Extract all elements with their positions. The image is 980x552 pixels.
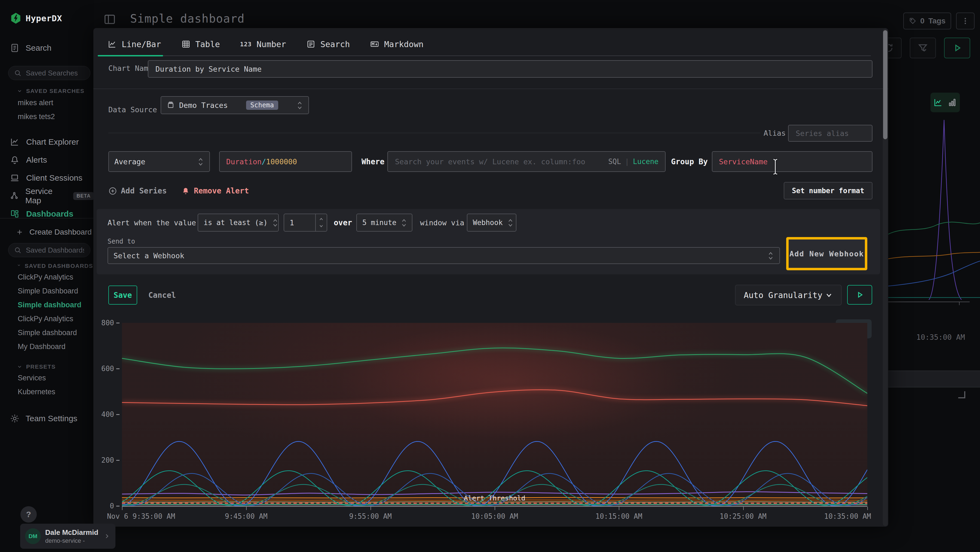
x-tick-label: 10:25:00 AM	[720, 512, 767, 520]
y-tick-label: 800	[101, 319, 119, 327]
page-title: Simple dashboard	[130, 12, 245, 26]
sidebar-item-alerts[interactable]: Alerts	[0, 151, 94, 169]
x-tick-label: 9:55:00 AM	[349, 512, 392, 520]
preview-run-button[interactable]	[847, 285, 872, 305]
resize-corner-icon[interactable]	[958, 391, 965, 398]
saved-dashboard-item[interactable]: ClickPy Analytics	[0, 312, 94, 326]
app-root: HyperDX Search SAVED SEARCHES mikes aler…	[0, 0, 980, 552]
beta-badge: BETA	[73, 192, 94, 200]
tab-markdown[interactable]: Markdown	[370, 40, 423, 49]
saved-searches-field[interactable]	[25, 69, 85, 78]
webhook-select[interactable]: Select a Webhook	[108, 247, 780, 264]
remove-alert-button[interactable]: Remove Alert	[181, 187, 249, 195]
cancel-button[interactable]: Cancel	[148, 286, 176, 305]
select-chevrons-icon	[401, 218, 407, 227]
help-button[interactable]: ?	[21, 506, 37, 523]
saved-dashboard-item[interactable]: Simple dashboard	[0, 326, 94, 340]
logo[interactable]: HyperDX	[10, 12, 62, 24]
where-search-input[interactable]: SQL | Lucene	[387, 151, 666, 172]
more-options-button[interactable]	[956, 13, 975, 29]
chevron-down-icon	[17, 263, 21, 269]
data-source-label: Data Source	[108, 105, 157, 114]
tags-button[interactable]: 0 Tags	[903, 13, 951, 29]
sidebar-item-dashboards[interactable]: Dashboards	[0, 205, 94, 223]
alias-input[interactable]	[788, 125, 872, 142]
granularity-select[interactable]: Auto Granularity	[735, 285, 842, 305]
saved-dashboards-section[interactable]: SAVED DASHBOARDS	[17, 263, 93, 269]
laptop-icon	[10, 173, 20, 183]
user-menu[interactable]: DM Dale McDiarmid demo-service -	[20, 524, 115, 549]
saved-search-item[interactable]: mikes tets2	[0, 110, 94, 124]
data-source-select[interactable]: Demo Traces Schema	[161, 96, 309, 114]
tab-line-bar[interactable]: Line/Bar	[108, 40, 161, 49]
chart-name-input[interactable]	[148, 60, 872, 78]
lucene-toggle[interactable]: Lucene	[633, 158, 659, 166]
add-new-webhook-button[interactable]: Add New Webhook	[786, 237, 867, 270]
saved-dashboards-field[interactable]	[25, 246, 85, 255]
group-by-input[interactable]: ServiceName	[712, 151, 872, 172]
sidebar-item-team-settings[interactable]: Team Settings	[10, 413, 77, 423]
alert-channel-select[interactable]: Webhook	[467, 214, 516, 231]
line-chart-icon	[108, 40, 117, 49]
sidebar-item-chart-explorer[interactable]: Chart Explorer	[0, 133, 94, 151]
bar-chart-icon	[947, 97, 957, 107]
number-spinner[interactable]	[315, 214, 327, 231]
field-expression-input[interactable]: Duration/1000000	[219, 151, 352, 172]
background-dashboard: 10:35:00 AM	[888, 0, 980, 552]
x-tick	[867, 507, 868, 510]
saved-searches-section[interactable]: SAVED SEARCHES	[17, 88, 84, 94]
alert-config-panel: Alert when the value is at least (≥) 1 o…	[97, 209, 880, 274]
tab-search[interactable]: Search	[306, 40, 350, 49]
sidebar-item-service-map[interactable]: Service Map BETA	[0, 187, 94, 205]
x-tick	[743, 507, 744, 510]
saved-dashboards-input[interactable]	[8, 243, 91, 257]
x-tick	[619, 507, 619, 510]
sql-toggle[interactable]: SQL	[608, 158, 621, 166]
modal-scrollbar[interactable]	[883, 29, 888, 526]
saved-dashboard-item[interactable]: Simple dashboard	[0, 298, 94, 312]
tags-label: Tags	[928, 17, 945, 26]
sidebar: HyperDX Search SAVED SEARCHES mikes aler…	[0, 0, 94, 552]
where-label: Where	[361, 157, 384, 166]
set-number-format-button[interactable]: Set number format	[784, 182, 872, 199]
schema-badge[interactable]: Schema	[246, 101, 278, 110]
scrollbar-thumb[interactable]	[883, 30, 888, 139]
saved-searches-input[interactable]	[8, 66, 91, 80]
saved-dashboard-item[interactable]: My Dashboard	[0, 340, 94, 354]
alert-prefix-label: Alert when the value	[108, 219, 196, 227]
x-tick-label: 9:45:00 AM	[225, 512, 267, 520]
svg-text:Alert Threshold: Alert Threshold	[464, 494, 525, 502]
service-map-icon	[10, 191, 19, 201]
collapse-sidebar-icon[interactable]	[103, 13, 116, 26]
save-button[interactable]: Save	[108, 286, 137, 305]
sidebar-item-search[interactable]: Search	[10, 43, 51, 53]
x-tick-label: 10:05:00 AM	[471, 512, 518, 520]
saved-dashboards-list: ClickPy AnalyticsSimple DashboardSimple …	[0, 270, 94, 354]
saved-search-item[interactable]: mikes alert	[0, 96, 94, 110]
select-chevrons-icon	[296, 101, 303, 110]
create-dashboard-button[interactable]: Create Dashboard	[16, 228, 92, 236]
alert-window-select[interactable]: 5 minute	[356, 214, 412, 231]
search-icon	[14, 246, 22, 254]
tab-number[interactable]: 123 Number	[240, 40, 286, 49]
alert-threshold-input[interactable]: 1	[284, 214, 327, 231]
logo-text: HyperDX	[25, 13, 62, 23]
saved-dashboard-item[interactable]: ClickPy Analytics	[0, 270, 94, 284]
saved-dashboard-item[interactable]: Kubernetes	[0, 385, 94, 399]
chart-type-tabs: Line/Bar Table 123 Number Search	[108, 34, 423, 54]
search-icon	[14, 69, 22, 77]
tab-table[interactable]: Table	[181, 40, 220, 49]
saved-dashboard-item[interactable]: Services	[0, 371, 94, 385]
y-tick-label: 200	[101, 456, 119, 464]
alert-comparator-select[interactable]: is at least (≥)	[197, 214, 279, 231]
divider	[93, 89, 888, 89]
sidebar-item-client-sessions[interactable]: Client Sessions	[0, 169, 94, 187]
presets-section[interactable]: PRESETS	[17, 364, 56, 370]
series-divider	[108, 133, 760, 133]
select-chevrons-icon	[767, 251, 774, 260]
add-series-button[interactable]: Add Series	[108, 187, 167, 195]
aggregation-select[interactable]: Average	[108, 151, 210, 172]
over-label: over	[334, 218, 352, 227]
saved-dashboard-item[interactable]: Simple Dashboard	[0, 284, 94, 298]
select-chevrons-icon	[197, 157, 204, 166]
